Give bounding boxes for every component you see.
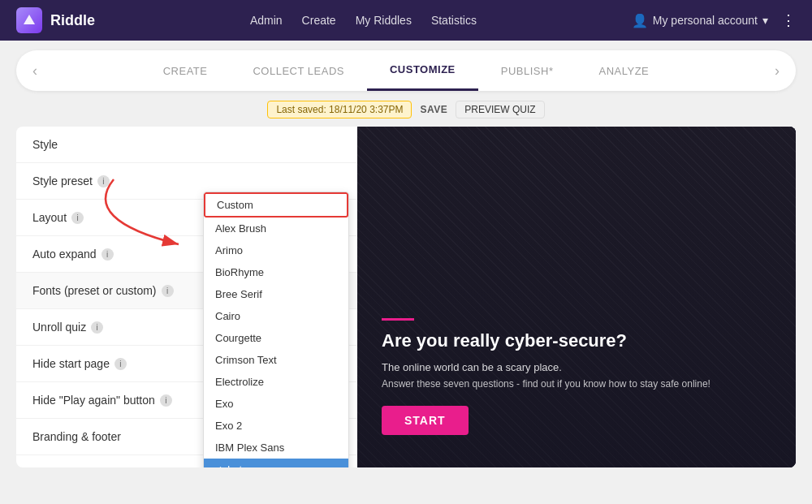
dropdown-item-exo-2[interactable]: Exo 2 <box>204 415 348 437</box>
dropdown-item-cairo[interactable]: Cairo <box>204 305 348 327</box>
account-icon: 👤 <box>632 13 648 28</box>
preview-background: Are you really cyber-secure? The online … <box>357 127 796 467</box>
preview-subtitle: The online world can be a scary place. <box>382 361 771 373</box>
tab-publish[interactable]: PUBLISH* <box>478 50 577 91</box>
preview-quiz-button[interactable]: PREVIEW QUIZ <box>456 101 544 118</box>
main-content: Style Style preseti Layouti Auto expandi… <box>0 127 812 467</box>
logo-area: Riddle <box>16 7 95 33</box>
nav-create[interactable]: Create <box>302 14 336 27</box>
setting-style[interactable]: Style <box>16 127 357 163</box>
dropdown-item-arimo[interactable]: Arimo <box>204 239 348 261</box>
dropdown-label-exo-2: Exo 2 <box>215 420 242 432</box>
dropdown-label-crimson-text: Crimson Text <box>215 354 277 366</box>
check-icon-lato: ✓ <box>215 464 222 467</box>
dropdown-item-alex-brush[interactable]: Alex Brush <box>204 218 348 239</box>
preview-title: Are you really cyber-secure? <box>382 330 771 351</box>
auto-expand-info-icon: i <box>102 248 114 261</box>
header-right: 👤 My personal account ▾ ⋮ <box>632 11 796 29</box>
dropdown-label-cairo: Cairo <box>215 310 240 322</box>
dropdown-item-courgette[interactable]: Courgette <box>204 327 348 349</box>
unroll-info-icon: i <box>91 321 103 334</box>
header: Riddle Admin Create My Riddles Statistic… <box>0 0 812 41</box>
tab-create[interactable]: CREATE <box>140 50 231 91</box>
more-options-icon[interactable]: ⋮ <box>781 11 796 29</box>
dropdown-item-lato[interactable]: ✓Lato <box>204 459 348 467</box>
dropdown-label-exo: Exo <box>215 398 233 410</box>
preview-content: Are you really cyber-secure? The online … <box>382 318 771 435</box>
account-chevron: ▾ <box>762 14 768 27</box>
step-tabs: CREATE COLLECT LEADS CUSTOMIZE PUBLISH* … <box>37 50 775 91</box>
dropdown-item-exo[interactable]: Exo <box>204 393 348 415</box>
tab-collect-leads[interactable]: COLLECT LEADS <box>230 50 366 91</box>
save-button[interactable]: SAVE <box>420 104 447 115</box>
account-menu[interactable]: 👤 My personal account ▾ <box>632 13 768 28</box>
nav-statistics[interactable]: Statistics <box>431 14 477 27</box>
dropdown-item-custom[interactable]: Custom <box>204 192 348 218</box>
start-button[interactable]: START <box>382 406 469 435</box>
next-step-button[interactable]: › <box>775 62 780 80</box>
dropdown-item-electrolize[interactable]: Electrolize <box>204 371 348 393</box>
logo-icon <box>16 7 42 33</box>
fonts-info-icon: i <box>162 285 174 297</box>
preview-description: Answer these seven questions - find out … <box>382 378 771 390</box>
tab-customize[interactable]: CUSTOMIZE <box>367 50 478 91</box>
save-bar: Last saved: 18/11/20 3:37PM SAVE PREVIEW… <box>0 101 812 118</box>
dropdown-item-biorhyme[interactable]: BioRhyme <box>204 261 348 283</box>
nav-admin[interactable]: Admin <box>250 14 283 27</box>
logo-text: Riddle <box>50 12 95 29</box>
dropdown-item-ibm-plex-sans[interactable]: IBM Plex Sans <box>204 437 348 459</box>
style-preset-info-icon: i <box>97 175 110 187</box>
dropdown-label-biorhyme: BioRhyme <box>215 266 264 278</box>
layout-info-icon: i <box>71 212 84 224</box>
account-label: My personal account <box>653 14 758 27</box>
dropdown-label-bree-serif: Bree Serif <box>215 288 262 300</box>
accent-line <box>382 318 414 321</box>
dropdown-label-custom: Custom <box>217 199 253 211</box>
preview-panel: Are you really cyber-secure? The online … <box>357 127 796 467</box>
svg-marker-0 <box>24 15 35 24</box>
tab-analyze[interactable]: ANALYZE <box>576 50 672 91</box>
fonts-dropdown[interactable]: CustomAlex BrushArimoBioRhymeBree SerifC… <box>203 192 349 467</box>
dropdown-label-electrolize: Electrolize <box>215 376 264 388</box>
settings-panel: Style Style preseti Layouti Auto expandi… <box>16 127 357 467</box>
dropdown-label-arimo: Arimo <box>215 244 243 256</box>
hide-start-info-icon: i <box>114 358 127 370</box>
dropdown-item-bree-serif[interactable]: Bree Serif <box>204 283 348 305</box>
step-bar: ‹ CREATE COLLECT LEADS CUSTOMIZE PUBLISH… <box>16 50 796 91</box>
dropdown-label-courgette: Courgette <box>215 332 261 344</box>
last-saved-badge: Last saved: 18/11/20 3:37PM <box>267 101 412 118</box>
dropdown-label-alex-brush: Alex Brush <box>215 222 266 235</box>
header-nav: Admin Create My Riddles Statistics <box>250 14 477 27</box>
dropdown-label-ibm-plex-sans: IBM Plex Sans <box>215 442 284 454</box>
nav-myriddles[interactable]: My Riddles <box>356 14 412 27</box>
dropdown-label-lato: Lato <box>227 463 248 467</box>
dropdown-item-crimson-text[interactable]: Crimson Text <box>204 349 348 371</box>
hide-play-again-info-icon: i <box>160 394 172 407</box>
